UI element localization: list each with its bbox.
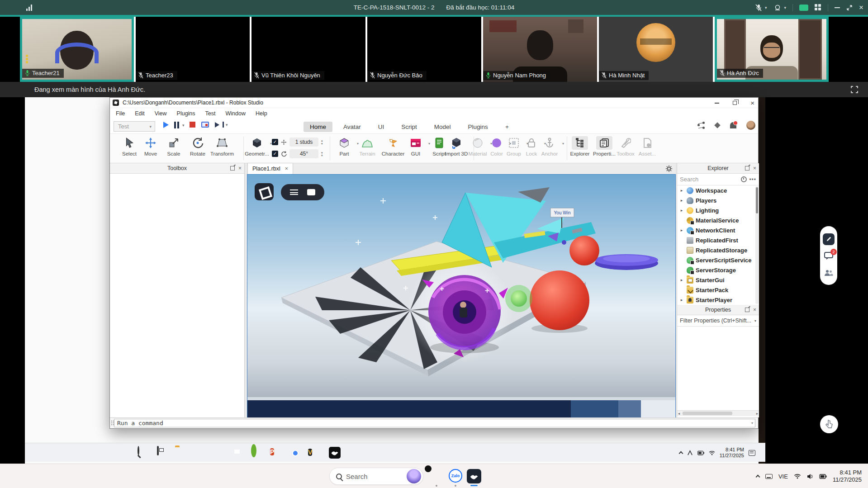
- client-server-icon[interactable]: [201, 122, 209, 128]
- command-dropdown-caret[interactable]: ▾: [751, 421, 753, 425]
- share-icon[interactable]: [697, 122, 705, 129]
- tree-item-serverscriptservice[interactable]: ServerScriptService: [677, 255, 759, 265]
- tree-item-lighting[interactable]: ▸Lighting: [677, 205, 759, 215]
- close-panel-icon[interactable]: ×: [238, 165, 242, 171]
- close-panel-icon[interactable]: ×: [753, 165, 756, 171]
- ime-keyboard-icon[interactable]: [765, 474, 773, 479]
- participants-button[interactable]: [824, 269, 833, 278]
- participant-tile[interactable]: Nguyễn Đức Bảo: [367, 17, 481, 82]
- tile-menu-icon[interactable]: [26, 55, 28, 63]
- scroll-thumb[interactable]: [683, 412, 732, 415]
- copilot-icon[interactable]: [194, 447, 206, 459]
- explorer-toggle[interactable]: Explorer: [566, 136, 594, 156]
- menu-test[interactable]: Test: [200, 110, 221, 117]
- chat-button[interactable]: 2: [824, 252, 833, 262]
- viewport-3d[interactable]: You Win: [247, 175, 675, 417]
- geometry-tool[interactable]: Geometr...▾: [243, 136, 271, 156]
- tab-place1[interactable]: Place1.rbxl ×: [247, 163, 293, 174]
- tree-item-starterpack[interactable]: StarterPack: [677, 285, 759, 295]
- task-view-icon[interactable]: [155, 447, 167, 459]
- minimize-button[interactable]: [835, 7, 840, 8]
- camera-dropdown-caret[interactable]: ▾: [784, 5, 787, 10]
- play-button[interactable]: [163, 122, 172, 128]
- participant-tile[interactable]: Hà Anh Đức: [715, 17, 829, 82]
- tree-item-startergui[interactable]: ▸StarterGui: [677, 275, 759, 285]
- tab-ui[interactable]: UI: [372, 122, 391, 132]
- tree-item-replicatedstorage[interactable]: ReplicatedStorage: [677, 245, 759, 255]
- gear-icon[interactable]: [665, 165, 673, 172]
- restore-button[interactable]: [846, 5, 853, 11]
- share-video-icon[interactable]: [799, 5, 808, 11]
- onedrive-icon[interactable]: [687, 450, 693, 456]
- float-panel-icon[interactable]: [230, 166, 235, 171]
- test-mode-dropdown[interactable]: Test▾: [114, 121, 155, 132]
- bing-daily-image[interactable]: [407, 469, 421, 483]
- wifi-icon[interactable]: [709, 450, 715, 455]
- close-tab-icon[interactable]: ×: [285, 166, 288, 172]
- viewport-pill-buttons[interactable]: [281, 184, 324, 200]
- restore-button[interactable]: [733, 101, 737, 105]
- battery-icon[interactable]: [819, 474, 827, 479]
- meeting-app-icon[interactable]: [329, 447, 341, 459]
- wifi-icon[interactable]: [794, 474, 801, 479]
- command-bar-grip[interactable]: [111, 421, 112, 425]
- asset-manager-toggle[interactable]: Asset...: [634, 136, 661, 156]
- participant-tile[interactable]: Teacher21: [20, 17, 134, 82]
- explorer-vertical-scrollbar[interactable]: [755, 186, 759, 304]
- hamburger-icon[interactable]: [290, 190, 298, 195]
- participant-tile[interactable]: Hà Minh Nhật: [599, 17, 713, 82]
- terrain-tool[interactable]: Terrain: [354, 136, 381, 156]
- snap-rotate-checkbox[interactable]: ✓: [272, 151, 278, 157]
- tab-script[interactable]: Script: [395, 122, 423, 132]
- step-button[interactable]: ▾: [215, 122, 228, 128]
- scroll-right-arrow[interactable]: ▸: [756, 412, 758, 416]
- participant-tile[interactable]: Vũ Thiên Khôi Nguyên: [251, 17, 365, 82]
- minimize-button[interactable]: [715, 103, 719, 104]
- snap-move-stepper[interactable]: ▴▾: [321, 139, 323, 145]
- tab-model[interactable]: Model: [428, 122, 457, 132]
- tree-item-starterplayer[interactable]: ▸StarterPlayer: [677, 295, 759, 305]
- float-panel-icon[interactable]: [745, 308, 749, 312]
- snap-move-field[interactable]: 1 studs: [289, 137, 318, 147]
- participant-tile[interactable]: Nguyễn Nam Phong: [483, 17, 597, 82]
- account-avatar[interactable]: [746, 121, 755, 130]
- command-input[interactable]: [114, 420, 755, 426]
- pause-button[interactable]: ▾: [174, 122, 185, 128]
- close-button[interactable]: ×: [750, 99, 754, 106]
- scale-tool[interactable]: Scale: [160, 136, 187, 156]
- properties-filter-input[interactable]: [680, 317, 753, 324]
- battery-icon[interactable]: [697, 450, 704, 455]
- roblox-menu-button[interactable]: [255, 183, 274, 200]
- more-options-icon[interactable]: •••: [749, 176, 756, 183]
- transform-tool[interactable]: Transform: [207, 136, 237, 156]
- annotate-button[interactable]: [823, 233, 835, 245]
- start-button[interactable]: [118, 447, 129, 459]
- chrome-icon[interactable]: [289, 447, 301, 459]
- meeting-app-icon[interactable]: [467, 469, 481, 483]
- properties-horizontal-scrollbar[interactable]: ◂ ▸: [677, 410, 759, 416]
- studio-titlebar[interactable]: C:\Users\Donganh\Documents\Place1.rbxl -…: [110, 98, 758, 108]
- explorer-search-input[interactable]: [680, 176, 739, 183]
- history-icon[interactable]: [741, 176, 747, 182]
- snap-rotate-field[interactable]: 45°: [289, 149, 318, 158]
- tray-expand-icon[interactable]: [755, 475, 760, 479]
- fullscreen-icon[interactable]: [851, 86, 858, 93]
- tab-add[interactable]: +: [499, 122, 515, 132]
- search-input[interactable]: [346, 473, 403, 480]
- camera-icon[interactable]: [773, 4, 782, 11]
- close-panel-icon[interactable]: ×: [753, 307, 756, 313]
- gui-tool[interactable]: GUI▾: [402, 136, 429, 156]
- mic-dropdown-caret[interactable]: ▾: [765, 5, 767, 10]
- raise-hand-button[interactable]: [820, 415, 838, 433]
- stop-button[interactable]: [190, 122, 195, 128]
- zalo-icon[interactable]: Zalo: [449, 469, 462, 483]
- powerpoint-icon[interactable]: P: [270, 447, 282, 459]
- menu-plugins[interactable]: Plugins: [172, 110, 200, 117]
- host-clock[interactable]: 8:41 PM 11/27/2025: [833, 469, 862, 483]
- notification-center-icon[interactable]: [749, 450, 755, 456]
- v-app-icon[interactable]: V: [308, 447, 320, 459]
- shared-clock[interactable]: 8:41 PM 11/27/2025: [720, 447, 744, 459]
- menu-window[interactable]: Window: [221, 110, 251, 117]
- tree-item-workspace[interactable]: ▸Workspace: [677, 185, 759, 195]
- chat-icon[interactable]: [307, 189, 315, 195]
